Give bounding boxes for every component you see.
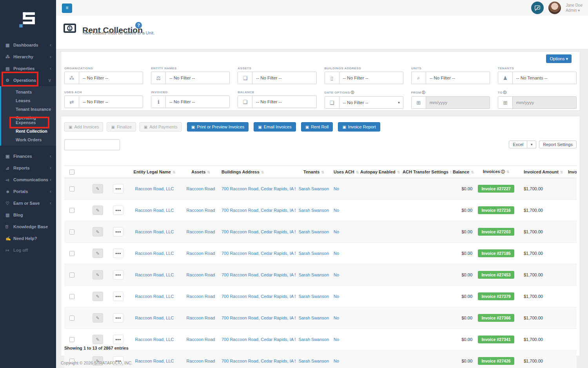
edit-button[interactable]: ✎ bbox=[93, 206, 103, 215]
edit-button[interactable]: ✎ bbox=[93, 313, 103, 323]
edit-button[interactable]: ✎ bbox=[93, 249, 103, 258]
filter-tenants-input[interactable]: ♟ -- No Tenants -- ▾ bbox=[498, 72, 577, 84]
building-address-link[interactable]: 700 Raccoon Road, Cedar Rapids, IA 52401 bbox=[221, 316, 296, 320]
building-address-link[interactable]: 700 Raccoon Road, Cedar Rapids, IA 52401 bbox=[221, 229, 296, 234]
column-header-invoices[interactable]: Invoicesⓘ⇅ bbox=[474, 166, 518, 178]
column-header-assets[interactable]: Assets⇅ bbox=[181, 166, 220, 178]
sidebar-subitem-work-orders[interactable]: Work Orders bbox=[0, 135, 56, 144]
sidebar-item-portals[interactable]: ☻ Portals ‹ bbox=[0, 186, 56, 197]
more-actions-button[interactable]: ••• bbox=[113, 227, 123, 236]
asset-link[interactable]: Raccoon Road bbox=[187, 229, 215, 234]
building-address-link[interactable]: 700 Raccoon Road, Cedar Rapids, IA 52401 bbox=[221, 294, 296, 299]
sidebar-item-need-help[interactable]: ✍ Need Help? bbox=[0, 233, 56, 244]
sidebar-item-dashboards[interactable]: ▦ Dashboards ‹ bbox=[0, 39, 56, 51]
row-checkbox[interactable] bbox=[69, 294, 74, 299]
filter-units-input[interactable]: ⌕ -- No Filter -- ▾ bbox=[411, 72, 490, 84]
filter-organizations-input[interactable]: ⁂ -- No Filter -- ▾ bbox=[64, 72, 143, 84]
brand-logo[interactable] bbox=[0, 0, 56, 39]
filter-entity-names-input[interactable]: ⚖ -- No Filter -- ▾ bbox=[151, 72, 230, 84]
filter-assets-input[interactable]: ❏ -- No Filter -- ▾ bbox=[238, 72, 316, 84]
column-header-balance[interactable]: Balance⇅ bbox=[451, 166, 474, 178]
feedback-chat-button[interactable] bbox=[531, 2, 544, 14]
entity-link[interactable]: Raccoon Road, LLC bbox=[135, 208, 174, 213]
print-or-preview-invoices-button[interactable]: ▣ Print or Preview Invoices bbox=[187, 122, 249, 132]
entity-link[interactable]: Raccoon Road, LLC bbox=[135, 186, 174, 191]
entity-link[interactable]: Raccoon Road, LLC bbox=[135, 251, 174, 256]
sidebar-item-blog[interactable]: ▥ Blog bbox=[0, 209, 56, 221]
sidebar-item-reports[interactable]: ⊿ Reports ‹ bbox=[0, 162, 56, 174]
add-payments-button[interactable]: ▣ Add Payments bbox=[140, 122, 182, 132]
invoice-badge[interactable]: Invoice #27426 bbox=[478, 357, 514, 365]
more-actions-button[interactable]: ••• bbox=[113, 313, 123, 323]
tenant-link[interactable]: Sarah Swanson bbox=[299, 186, 329, 191]
invoice-badge[interactable]: Invoice #27366 bbox=[478, 314, 514, 322]
column-header-uses-ach[interactable]: Uses ACH⇅ bbox=[332, 166, 359, 178]
more-actions-button[interactable]: ••• bbox=[113, 184, 123, 193]
sidebar-item-hierarchy[interactable]: ⁂ Hierarchy ‹ bbox=[0, 51, 56, 63]
asset-link[interactable]: Raccoon Road bbox=[187, 186, 215, 191]
rent-roll-button[interactable]: ▣ Rent Roll bbox=[301, 122, 333, 132]
table-search-input[interactable] bbox=[64, 139, 120, 150]
select-all-checkbox[interactable] bbox=[69, 170, 74, 175]
uses-ach-value[interactable]: No bbox=[334, 208, 339, 213]
edit-button[interactable]: ✎ bbox=[93, 184, 103, 193]
row-checkbox[interactable] bbox=[69, 272, 74, 278]
entity-link[interactable]: Raccoon Road, LLC bbox=[135, 294, 174, 299]
column-header-buildings-address[interactable]: Buildings Address⇅ bbox=[220, 166, 296, 178]
asset-link[interactable]: Raccoon Road bbox=[187, 272, 215, 277]
sidebar-subitem-tenants[interactable]: Tenants bbox=[0, 88, 56, 96]
sidebar-item-operations[interactable]: ⚙ Operations ∨ bbox=[0, 74, 56, 86]
tenant-link[interactable]: Sarah Swanson bbox=[299, 359, 329, 363]
edit-button[interactable]: ✎ bbox=[93, 270, 103, 280]
sidebar-item-properties[interactable]: ▤ Properties ‹ bbox=[0, 63, 56, 74]
invoice-badge[interactable]: Invoice #27203 bbox=[478, 228, 514, 236]
filter-buildings-address-input[interactable]: ▯ -- No Filter -- ▾ bbox=[325, 72, 403, 84]
asset-link[interactable]: Raccoon Road bbox=[187, 208, 215, 213]
column-header-ach-transfer-settings[interactable]: ACH Transfer Settings⇅ bbox=[401, 166, 451, 178]
building-address-link[interactable]: 700 Raccoon Road, Cedar Rapids, IA 52401 bbox=[221, 208, 296, 213]
asset-link[interactable]: Raccoon Road bbox=[187, 294, 215, 299]
column-header-invoiced-amount[interactable]: Invoiced Amount⇅ bbox=[518, 166, 563, 178]
sidebar-item-finances[interactable]: ▣ Finances ‹ bbox=[0, 150, 56, 162]
asset-link[interactable]: Raccoon Road bbox=[187, 251, 215, 256]
row-checkbox[interactable] bbox=[69, 316, 74, 321]
uses-ach-value[interactable]: No bbox=[334, 272, 339, 277]
sidebar-subitem-rent-collection[interactable]: Rent Collection bbox=[0, 127, 56, 135]
row-checkbox[interactable] bbox=[69, 229, 74, 235]
user-avatar[interactable] bbox=[548, 2, 561, 14]
invoice-badge[interactable]: Invoice #27216 bbox=[478, 206, 514, 214]
sidebar-item-communications[interactable]: ◅ Communications ‹ bbox=[0, 174, 56, 186]
excel-export-caret-button[interactable]: ▼ bbox=[527, 141, 536, 148]
filter-balance-input[interactable]: ❏ -- No Filter -- ▾ bbox=[238, 96, 316, 108]
more-actions-button[interactable]: ••• bbox=[113, 292, 123, 301]
tenant-link[interactable]: Sarah Swanson bbox=[299, 208, 329, 213]
sidebar-item-knowledge-base[interactable]: ⍰ Knowledge Base bbox=[0, 221, 56, 233]
row-checkbox[interactable] bbox=[69, 186, 74, 191]
uses-ach-value[interactable]: No bbox=[334, 229, 339, 234]
row-checkbox[interactable] bbox=[69, 208, 74, 213]
column-header-entity-legal-name[interactable]: Entity Legal Name⇅ bbox=[127, 166, 181, 178]
invoice-badge[interactable]: Invoice #27379 bbox=[478, 292, 514, 300]
user-meta[interactable]: Jane Doe Admin ▾ bbox=[566, 3, 583, 13]
finalize-button[interactable]: ▣ Finalize bbox=[107, 122, 136, 132]
entity-link[interactable]: Raccoon Road, LLC bbox=[135, 337, 174, 342]
entity-link[interactable]: Raccoon Road, LLC bbox=[135, 359, 174, 363]
more-actions-button[interactable]: ••• bbox=[113, 335, 123, 344]
column-header-invoice-last-emailed-date[interactable]: Invoice Last Emailed Date⇅ bbox=[563, 166, 577, 178]
building-address-link[interactable]: 700 Raccoon Road, Cedar Rapids, IA 52401 bbox=[221, 186, 296, 191]
email-invoices-button[interactable]: ▣ Email Invoices bbox=[254, 122, 296, 132]
asset-link[interactable]: Raccoon Road bbox=[187, 359, 215, 363]
report-settings-button[interactable]: Report Settings bbox=[539, 141, 577, 148]
menu-toggle-button[interactable]: ≡ bbox=[62, 4, 72, 13]
entity-link[interactable]: Raccoon Road, LLC bbox=[135, 229, 174, 234]
row-checkbox[interactable] bbox=[69, 337, 74, 342]
uses-ach-value[interactable]: No bbox=[334, 294, 339, 299]
sidebar-subitem-tenant-insurance[interactable]: Tenant Insurance bbox=[0, 105, 56, 114]
options-button[interactable]: Options ▾ bbox=[546, 54, 572, 63]
invoice-badge[interactable]: Invoice #27453 bbox=[478, 271, 514, 279]
building-address-link[interactable]: 700 Raccoon Road, Cedar Rapids, IA 52401 bbox=[221, 359, 296, 363]
invoice-badge[interactable]: Invoice #27227 bbox=[478, 185, 514, 193]
invoice-badge[interactable]: Invoice #27185 bbox=[478, 249, 514, 257]
filter-uses-ach-input[interactable]: ⇄ -- No Filter -- ▾ bbox=[64, 96, 143, 108]
tenant-link[interactable]: Sarah Swanson bbox=[299, 337, 329, 342]
